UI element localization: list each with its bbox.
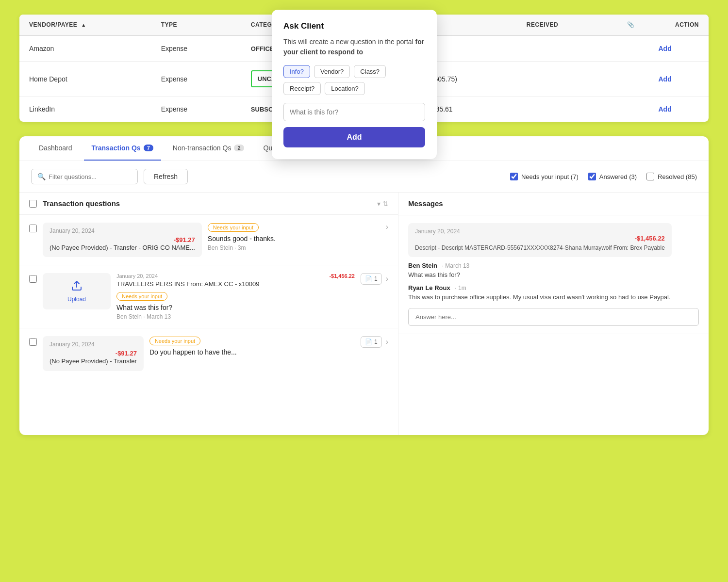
message-time-1: · March 13 xyxy=(442,262,470,269)
popup-add-button[interactable]: Add xyxy=(283,127,425,147)
doc-icon3: 📄 xyxy=(365,339,372,345)
question-badge3: Needs your input xyxy=(149,337,200,345)
filter-resolved[interactable]: Resolved (85) xyxy=(646,173,697,180)
doc-icon: 📄 xyxy=(365,275,372,282)
top-section: Ask Client This will create a new questi… xyxy=(0,0,728,136)
filter-questions-input[interactable] xyxy=(49,173,132,180)
tag-location[interactable]: Location? xyxy=(325,82,364,95)
message-body: Ben Stein · March 13 What was this for? … xyxy=(408,262,699,326)
question-checkbox[interactable] xyxy=(29,275,37,283)
question-item: January 20, 2024 -$91.27 (No Payee Provi… xyxy=(19,215,398,265)
tag-receipt[interactable]: Receipt? xyxy=(283,82,321,95)
question-date: January 20, 2024 xyxy=(50,227,195,234)
chevron-right-icon[interactable]: › xyxy=(386,275,388,283)
message-author-2: Ryan Le Roux · 1m xyxy=(408,284,699,291)
needs-input-checkbox[interactable] xyxy=(510,173,518,180)
vendor-cell: LinkedIn xyxy=(19,97,151,122)
answer-input[interactable] xyxy=(408,308,699,326)
question-upload-card: Upload xyxy=(43,273,111,309)
col-header-received: RECEIVED xyxy=(517,15,613,35)
vendor-cell: Amazon xyxy=(19,35,151,62)
doc-count-badge3: 📄 1 xyxy=(361,336,382,348)
question-meta2: Ben Stein · March 13 xyxy=(116,313,355,320)
left-panel: Transaction questions ▾ ⇅ January 20, 20… xyxy=(19,193,398,435)
col-header-type: TYPE xyxy=(151,15,241,35)
add-action-button[interactable]: Add xyxy=(658,75,671,83)
add-action-button[interactable]: Add xyxy=(658,105,671,113)
question-amount3: -$91.27 xyxy=(50,350,137,357)
question-middle: Needs your input Sounds good - thanks. B… xyxy=(208,223,380,251)
doc-count-badge: 📄 1 xyxy=(361,273,382,285)
type-cell: Expense xyxy=(151,97,241,122)
message-author-1: Ben Stein · March 13 xyxy=(408,262,699,269)
sort-icon[interactable]: ⇅ xyxy=(382,200,388,208)
add-action-button[interactable]: Add xyxy=(658,45,671,52)
attachment-cell xyxy=(612,35,648,62)
tag-info[interactable]: Info? xyxy=(283,65,310,78)
question-checkbox[interactable] xyxy=(29,338,37,346)
filter-icon[interactable]: ▾ xyxy=(377,200,381,208)
message-text-2: This was to purchase office supplies. My… xyxy=(408,292,699,302)
sort-arrow-icon: ▲ xyxy=(81,22,86,28)
question-transaction-card3: January 20, 2024 -$91.27 (No Payee Provi… xyxy=(43,336,144,371)
select-all-checkbox[interactable] xyxy=(29,200,37,208)
tab-transaction-qs[interactable]: Transaction Qs 7 xyxy=(84,136,161,161)
question-message3: Do you happen to have the... xyxy=(149,348,355,356)
chevron-right-icon[interactable]: › xyxy=(386,223,388,231)
search-wrapper: 🔍 xyxy=(31,169,138,184)
col-header-vendor[interactable]: VENDOR/PAYEE ▲ xyxy=(19,15,151,35)
question-vendor2: TRAVELERS PERS INS From: AMEX CC - x1000… xyxy=(116,280,355,289)
messages-header: Messages xyxy=(398,193,709,215)
popup-question-input[interactable] xyxy=(283,103,425,121)
question-right2: 📄 1 › xyxy=(361,273,388,285)
chevron-right-icon3[interactable]: › xyxy=(386,338,388,346)
question-middle: January 20, 2024 -$1,456.22 TRAVELERS PE… xyxy=(116,273,355,320)
received-cell xyxy=(517,35,613,62)
filter-answered[interactable]: Answered (3) xyxy=(588,173,637,180)
message-entry-1: Ben Stein · March 13 What was this for? xyxy=(408,262,699,280)
message-time-2: · 1m xyxy=(455,285,466,291)
tab-non-transaction-qs[interactable]: Non-transaction Qs 2 xyxy=(165,136,252,161)
tab-badge-transaction-qs: 7 xyxy=(144,145,153,151)
question-meta: Ben Stein · 3m xyxy=(208,244,380,251)
question-checkbox[interactable] xyxy=(29,225,37,232)
tag-vendor[interactable]: Vendor? xyxy=(314,65,350,78)
question-badge2: Needs your input xyxy=(116,292,167,301)
question-badge: Needs your input xyxy=(208,223,259,232)
vendor-cell: Home Depot xyxy=(19,62,151,97)
message-entry-2: Ryan Le Roux · 1m This was to purchase o… xyxy=(408,284,699,302)
questions-header-title: Transaction questions xyxy=(43,199,120,208)
message-text-1: What was this for? xyxy=(408,270,699,280)
action-cell: Add xyxy=(648,62,709,97)
message-preview: January 20, 2024 -$1,456.22 Descript - D… xyxy=(398,215,709,334)
answered-checkbox[interactable] xyxy=(588,173,596,180)
main-content: Transaction questions ▾ ⇅ January 20, 20… xyxy=(19,193,709,435)
message-transaction-card: January 20, 2024 -$1,456.22 Descript - D… xyxy=(408,223,672,257)
attachment-cell xyxy=(612,97,648,122)
question-transaction-card: January 20, 2024 -$91.27 (No Payee Provi… xyxy=(43,223,202,257)
message-desc: Descript - Descript MASTERCARD-555671XXX… xyxy=(415,244,665,252)
tab-dashboard[interactable]: Dashboard xyxy=(31,136,80,161)
question-item: January 20, 2024 -$91.27 (No Payee Provi… xyxy=(19,328,398,379)
filter-bar: 🔍 Refresh Needs your input (7) Answered … xyxy=(19,161,709,193)
filter-needs-input[interactable]: Needs your input (7) xyxy=(510,173,579,180)
action-cell: Add xyxy=(648,97,709,122)
bottom-panel: Dashboard Transaction Qs 7 Non-transacti… xyxy=(19,136,709,435)
question-middle3: Needs your input Do you happen to have t… xyxy=(149,336,355,358)
message-date: January 20, 2024 xyxy=(415,228,665,235)
messages-header-title: Messages xyxy=(408,199,443,208)
question-right: › xyxy=(386,223,388,231)
tag-class[interactable]: Class? xyxy=(354,65,386,78)
question-vendor: (No Payee Provided) - Transfer - ORIG CO… xyxy=(50,243,195,252)
resolved-checkbox[interactable] xyxy=(646,173,654,180)
received-cell xyxy=(517,97,613,122)
col-header-action: ACTION xyxy=(648,15,709,35)
col-header-attachment: 📎 xyxy=(612,15,648,35)
message-top: January 20, 2024 -$1,456.22 Descript - D… xyxy=(408,223,699,257)
popup-tags: Info? Vendor? Class? Receipt? Location? xyxy=(283,65,425,95)
received-cell xyxy=(517,62,613,97)
refresh-button[interactable]: Refresh xyxy=(144,169,188,184)
question-item: Upload January 20, 2024 -$1,456.22 TRAVE… xyxy=(19,265,398,328)
question-message2: What was this for? xyxy=(116,304,355,311)
popup-description: This will create a new question in the p… xyxy=(283,37,425,57)
